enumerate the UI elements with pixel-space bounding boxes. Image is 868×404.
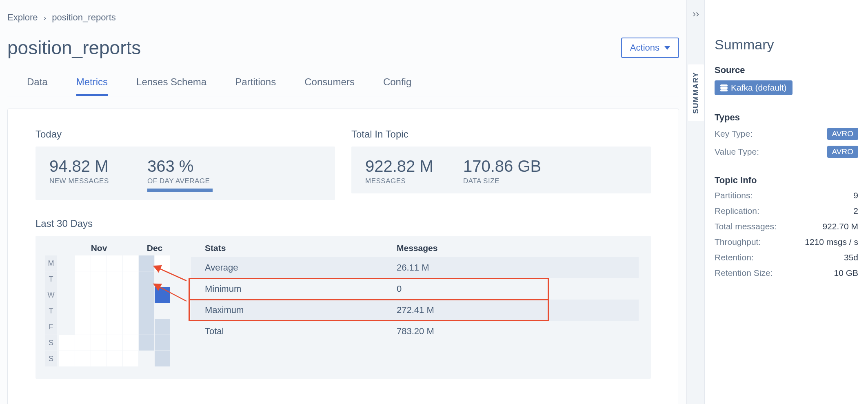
heatmap-cell[interactable] xyxy=(123,255,138,271)
heatmap-cell[interactable] xyxy=(155,319,170,335)
heatmap-cell[interactable] xyxy=(75,351,91,366)
heatmap-cell[interactable] xyxy=(123,303,138,319)
topic-info-row: Retention:35d xyxy=(715,253,858,262)
heatmap-cell[interactable] xyxy=(107,335,122,351)
heatmap-cell[interactable] xyxy=(59,255,75,271)
stats-row: Average26.11 M xyxy=(191,257,639,278)
heatmap-cell[interactable] xyxy=(123,351,138,366)
metric-messages: 922.82 M MESSAGES xyxy=(365,157,439,185)
stats-label: Average xyxy=(205,262,397,273)
tab-consumers[interactable]: Consumers xyxy=(304,76,355,96)
heatmap-cell[interactable] xyxy=(59,271,75,287)
tab-lenses-schema[interactable]: Lenses Schema xyxy=(136,76,206,96)
heatmap-cell[interactable] xyxy=(91,303,107,319)
heatmap-cell[interactable] xyxy=(155,271,170,287)
metric-label: DATA SIZE xyxy=(463,177,541,185)
heatmap-cell[interactable] xyxy=(139,271,154,287)
tab-metrics[interactable]: Metrics xyxy=(76,76,108,96)
breadcrumb-root[interactable]: Explore xyxy=(7,12,38,23)
heatmap-cell[interactable] xyxy=(139,351,154,366)
expand-icon[interactable]: ›› xyxy=(693,8,699,20)
heatmap-cell[interactable] xyxy=(59,287,75,303)
heatmap-cell[interactable] xyxy=(139,303,154,319)
heatmap-cell[interactable] xyxy=(123,287,138,303)
heatmap-cell[interactable] xyxy=(91,351,107,366)
heatmap-cell[interactable] xyxy=(139,255,154,271)
heatmap-cell[interactable] xyxy=(75,303,91,319)
heatmap-cell[interactable] xyxy=(139,287,154,303)
metric-label: NEW MESSAGES xyxy=(49,177,123,185)
stats-value: 783.20 M xyxy=(397,326,639,337)
topic-info-row: Throughput:1210 msgs / s xyxy=(715,237,858,247)
stats-value: 26.11 M xyxy=(397,262,639,273)
heatmap-cell[interactable] xyxy=(75,335,91,351)
topic-info-value: 922.70 M xyxy=(822,222,858,231)
heatmap-col xyxy=(123,255,138,366)
today-group: Today 94.82 M NEW MESSAGES 363 % OF DAY … xyxy=(36,129,335,200)
summary-title: Summary xyxy=(715,37,858,53)
source-pill[interactable]: Kafka (default) xyxy=(715,80,793,95)
tab-config[interactable]: Config xyxy=(383,76,411,96)
heatmap-cell[interactable] xyxy=(107,255,122,271)
tab-data[interactable]: Data xyxy=(27,76,48,96)
metrics-card: Today 94.82 M NEW MESSAGES 363 % OF DAY … xyxy=(7,109,679,404)
heatmap-cell[interactable] xyxy=(75,255,91,271)
page-title: position_reports xyxy=(7,37,141,59)
topic-info-value: 35d xyxy=(844,253,858,262)
heatmap-cell[interactable] xyxy=(155,335,170,351)
stats-header: Stats Messages xyxy=(191,243,639,257)
header-stats: Stats xyxy=(205,243,397,253)
heatmap-cell[interactable] xyxy=(155,255,170,271)
heatmap-cell[interactable] xyxy=(155,287,170,303)
header-messages: Messages xyxy=(397,243,639,253)
heatmap-cell[interactable] xyxy=(123,319,138,335)
metric-label: MESSAGES xyxy=(365,177,439,185)
heatmap-cell[interactable] xyxy=(123,271,138,287)
heatmap-cell[interactable] xyxy=(155,351,170,366)
heatmap-cell[interactable] xyxy=(59,319,75,335)
heatmap-cell[interactable] xyxy=(59,335,75,351)
heatmap-cols xyxy=(59,255,170,366)
heatmap-cell[interactable] xyxy=(107,351,122,366)
breadcrumb: Explore › position_reports xyxy=(7,12,679,23)
heatmap-cell[interactable] xyxy=(91,335,107,351)
heatmap-cell[interactable] xyxy=(107,287,122,303)
heatmap-cell[interactable] xyxy=(107,271,122,287)
main-panel: Explore › position_reports position_repo… xyxy=(0,0,687,404)
heatmap-cell[interactable] xyxy=(75,271,91,287)
heatmap-cell[interactable] xyxy=(91,319,107,335)
total-topic-group: Total In Topic 922.82 M MESSAGES 170.86 … xyxy=(351,129,651,200)
heatmap: M T W T F S S xyxy=(45,255,171,366)
metrics-row: Today 94.82 M NEW MESSAGES 363 % OF DAY … xyxy=(36,129,651,200)
heatmap-cell[interactable] xyxy=(75,319,91,335)
types-label: Types xyxy=(715,112,858,123)
heatmap-cell[interactable] xyxy=(75,287,91,303)
day-label: M xyxy=(45,255,57,271)
heatmap-cell[interactable] xyxy=(107,319,122,335)
actions-button[interactable]: Actions xyxy=(621,38,679,58)
heatmap-cell[interactable] xyxy=(155,303,170,319)
heatmap-cell[interactable] xyxy=(91,287,107,303)
actions-label: Actions xyxy=(630,42,659,53)
month-dec: Dec xyxy=(139,243,171,253)
summary-panel: Summary Source Kafka (default) Types Key… xyxy=(705,0,868,404)
topic-info-value: 2 xyxy=(853,206,858,216)
stats-value: 272.41 M xyxy=(397,305,639,315)
today-title: Today xyxy=(36,129,335,140)
heatmap-cell[interactable] xyxy=(107,303,122,319)
topic-info-key: Partitions: xyxy=(715,191,753,200)
heatmap-cell[interactable] xyxy=(123,335,138,351)
heatmap-cell[interactable] xyxy=(59,303,75,319)
key-type-value[interactable]: AVRO xyxy=(827,128,858,140)
heatmap-cell[interactable] xyxy=(91,255,107,271)
total-topic-title: Total In Topic xyxy=(351,129,651,140)
tab-partitions[interactable]: Partitions xyxy=(235,76,276,96)
heatmap-cell[interactable] xyxy=(91,271,107,287)
topic-info-key: Throughput: xyxy=(715,237,761,247)
side-tab-label[interactable]: SUMMARY xyxy=(688,64,704,121)
heatmap-cell[interactable] xyxy=(59,351,75,366)
heatmap-cell[interactable] xyxy=(139,319,154,335)
day-label: F xyxy=(45,319,57,335)
heatmap-cell[interactable] xyxy=(139,335,154,351)
value-type-value[interactable]: AVRO xyxy=(827,146,858,158)
